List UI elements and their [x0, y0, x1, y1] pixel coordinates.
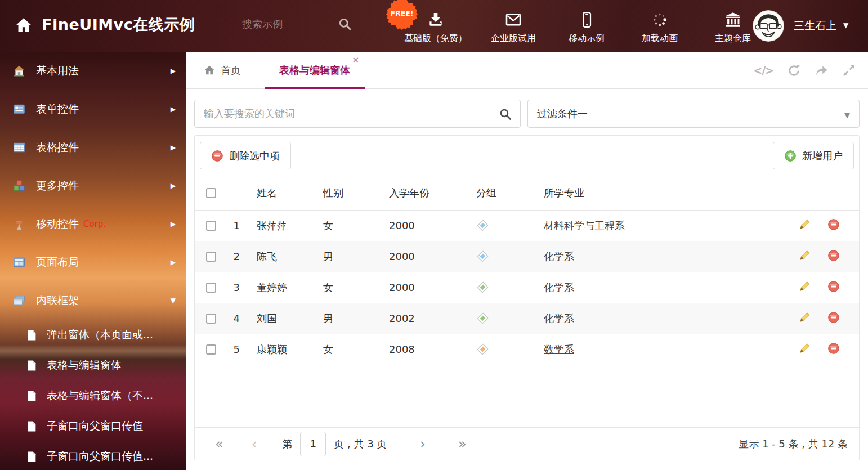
tag-icon: [476, 312, 489, 325]
sidebar-item-page-layout[interactable]: 页面布局 ▶: [0, 243, 186, 281]
tab-home[interactable]: 首页: [203, 64, 241, 77]
cell-gender: 男: [319, 241, 381, 272]
cubes-icon: [12, 180, 26, 192]
edit-pencil-icon[interactable]: [799, 311, 811, 325]
sidebar-item-label: 更多控件: [36, 178, 79, 193]
spinner-icon: [651, 10, 668, 30]
home-icon[interactable]: [15, 16, 33, 37]
page-number-input[interactable]: [300, 432, 326, 456]
sidebar-item-grid-controls[interactable]: 表格控件 ▶: [0, 128, 186, 167]
tag-icon: [476, 250, 489, 263]
edit-pencil-icon[interactable]: [799, 342, 811, 356]
header-search-input[interactable]: [242, 19, 332, 30]
sidebar-subitem-popup-window[interactable]: 弹出窗体（本页面或...: [0, 320, 186, 350]
home-icon: [203, 64, 216, 77]
nav-item-enterprise-trial[interactable]: 企业版试用: [486, 0, 540, 44]
row-checkbox[interactable]: [206, 314, 216, 324]
app-title: FineUIMvc在线示例: [42, 15, 195, 35]
nav-item-loading-animation[interactable]: 加载动画: [633, 0, 687, 44]
chevron-right-icon: ▶: [171, 105, 176, 113]
add-user-button[interactable]: 新增用户: [773, 142, 854, 169]
table-row: 1 张萍萍 女 2000 材料科学与工程系: [195, 210, 859, 241]
nav-item-mobile-demo[interactable]: 移动示例: [560, 0, 614, 44]
delete-row-icon[interactable]: [827, 311, 840, 326]
expand-icon[interactable]: [842, 64, 856, 77]
major-link[interactable]: 数学系: [544, 343, 574, 355]
cell-name: 董婷婷: [245, 272, 319, 303]
sidebar-item-more-controls[interactable]: 更多控件 ▶: [0, 167, 186, 205]
row-number: 2: [220, 241, 245, 272]
sidebar-subitem-grid-edit-window[interactable]: 表格与编辑窗体: [0, 350, 186, 381]
user-avatar[interactable]: [753, 10, 784, 42]
sidebar-subitem-child-to-parent[interactable]: 子窗口向父窗口传值: [0, 411, 186, 441]
col-header-group: 分组: [468, 176, 533, 210]
sidebar-item-label: 内联框架: [36, 293, 79, 308]
user-caret-down-icon[interactable]: ▼: [843, 21, 848, 29]
sidebar: 基本用法 ▶ 表单控件 ▶ 表格控件 ▶ 更多控件 ▶ 移动控件 Corp. ▶…: [0, 52, 186, 470]
users-table: 姓名 性别 入学年份 分组 所学专业 1 张萍萍 女 2000 材料科学与工程系: [195, 176, 859, 365]
row-checkbox[interactable]: [206, 344, 216, 355]
delete-row-icon[interactable]: [827, 342, 840, 357]
edit-pencil-icon[interactable]: [799, 280, 811, 294]
header-search-icon[interactable]: [338, 17, 352, 34]
tab-close-icon[interactable]: ✕: [352, 56, 359, 65]
nav-label: 移动示例: [569, 33, 605, 44]
sidebar-item-mobile-controls[interactable]: 移动控件 Corp. ▶: [0, 205, 186, 243]
row-checkbox[interactable]: [206, 283, 216, 293]
username[interactable]: 三生石上: [794, 19, 836, 33]
nav-label: 主题仓库: [715, 33, 751, 44]
chevron-down-icon: ▼: [844, 111, 850, 119]
filter-dropdown[interactable]: 过滤条件一 ▼: [527, 100, 860, 128]
tag-icon: [476, 343, 489, 356]
major-link[interactable]: 化学系: [544, 281, 574, 293]
nav-label: 加载动画: [642, 33, 678, 44]
source-code-icon[interactable]: </>: [753, 64, 773, 77]
col-header-name: 姓名: [245, 176, 319, 210]
edit-pencil-icon[interactable]: [799, 218, 811, 232]
nav-item-basic-free[interactable]: 基础版（免费）: [404, 0, 467, 44]
sidebar-item-basic-usage[interactable]: 基本用法 ▶: [0, 52, 186, 90]
delete-row-icon[interactable]: [827, 280, 840, 295]
sidebar-item-label: 基本用法: [36, 64, 79, 78]
tag-icon: [476, 219, 489, 232]
cell-year: 2000: [381, 272, 468, 303]
chevron-down-icon: ▼: [171, 297, 176, 305]
row-checkbox[interactable]: [206, 252, 216, 262]
page-suffix: 页 , 共 3 页: [334, 437, 387, 451]
tab-grid-edit-window[interactable]: 表格与编辑窗体 ✕: [265, 52, 365, 89]
major-link[interactable]: 化学系: [544, 250, 574, 262]
delete-row-icon[interactable]: [827, 218, 840, 233]
prev-page-icon[interactable]: ‹: [252, 437, 257, 451]
sidebar-subitem-grid-edit-window-2[interactable]: 表格与编辑窗体（不...: [0, 381, 186, 411]
table-row: 2 陈飞 男 2000 化学系: [195, 241, 859, 272]
tab-active-underline: [265, 87, 365, 89]
nav-item-theme-repo[interactable]: 主题仓库: [706, 0, 760, 44]
select-all-checkbox[interactable]: [206, 188, 216, 198]
pager-divider: [274, 432, 274, 456]
sidebar-subitem-child-to-parent-2[interactable]: 子窗口向父窗口传值...: [0, 441, 186, 470]
cell-name: 张萍萍: [245, 210, 319, 241]
sidebar-item-inline-frame[interactable]: 内联框架 ▼: [0, 281, 186, 320]
share-icon[interactable]: [815, 64, 829, 78]
document-icon: [26, 451, 37, 463]
form-icon: [12, 103, 26, 115]
delete-selected-button[interactable]: 删除选中项: [200, 142, 291, 169]
delete-selected-label: 删除选中项: [229, 149, 280, 163]
edit-pencil-icon[interactable]: [799, 249, 811, 263]
row-checkbox[interactable]: [206, 221, 216, 231]
filter-row: 过滤条件一 ▼: [194, 100, 860, 128]
tab-home-label: 首页: [221, 64, 241, 77]
major-link[interactable]: 材料科学与工程系: [544, 220, 625, 231]
row-number: 5: [220, 334, 245, 365]
refresh-icon[interactable]: [787, 64, 801, 78]
major-link[interactable]: 化学系: [544, 312, 574, 324]
next-page-icon[interactable]: ›: [420, 437, 426, 451]
keyword-search-input[interactable]: [204, 100, 485, 127]
search-icon[interactable]: [499, 108, 512, 123]
first-page-icon[interactable]: «: [215, 437, 223, 451]
sidebar-subitem-label: 子窗口向父窗口传值: [47, 419, 143, 433]
sidebar-subitem-label: 子窗口向父窗口传值...: [47, 449, 153, 464]
delete-row-icon[interactable]: [827, 249, 840, 264]
sidebar-item-form-controls[interactable]: 表单控件 ▶: [0, 90, 186, 128]
last-page-icon[interactable]: »: [458, 437, 467, 451]
